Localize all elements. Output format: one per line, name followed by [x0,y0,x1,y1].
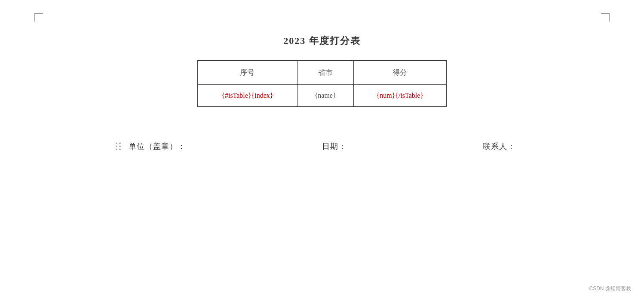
main-content: 2023 年度打分表 序号 省市 得分 {#isTable}{index} {n… [0,0,644,152]
footer-unit: 单位（盖章）： [129,141,186,152]
footer-row: 单位（盖章）： 日期： 联系人： [129,141,515,152]
drag-dot-4 [119,146,121,147]
drag-handle[interactable] [116,143,121,150]
page-title: 2023 年度打分表 [283,34,361,47]
score-table: 序号 省市 得分 {#isTable}{index} {name} {num}{… [197,60,447,107]
template-num-text: {num}{/isTable} [376,92,423,99]
template-name-text: {name} [315,92,336,99]
table-cell-index: {#isTable}{index} [198,85,297,107]
corner-mark-top-right [601,13,610,22]
corner-mark-top-left [34,13,43,22]
table-header-score: 得分 [353,61,446,85]
table-header-row: 序号 省市 得分 [198,61,447,85]
footer-contact: 联系人： [483,141,515,152]
drag-dot-1 [116,143,117,144]
table-cell-num: {num}{/isTable} [353,85,446,107]
table-header-province: 省市 [297,61,353,85]
drag-dot-2 [119,143,121,144]
footer-date: 日期： [322,141,347,152]
drag-dot-5 [116,149,117,150]
drag-dot-6 [119,149,121,150]
table-header-index: 序号 [198,61,297,85]
drag-dot-3 [116,146,117,147]
table-row: {#isTable}{index} {name} {num}{/isTable} [198,85,447,107]
csdn-watermark: CSDN @烟雨客栈 [589,285,631,292]
table-cell-name: {name} [297,85,353,107]
template-index-text: {#isTable}{index} [221,92,273,99]
